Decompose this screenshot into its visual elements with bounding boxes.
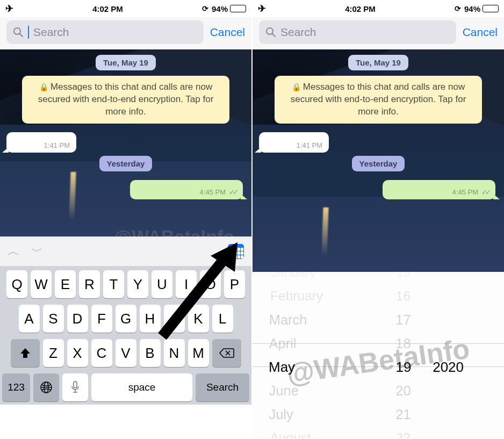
picker-day-column[interactable]: 15 16 17 18 19 20 21 22 — [380, 272, 428, 438]
encryption-notice[interactable]: 🔒Messages to this chat and calls are now… — [275, 76, 482, 124]
numbers-key[interactable]: 123 — [2, 373, 30, 401]
keyboard-row-1: QWERTYUIOP — [2, 270, 249, 298]
chat-area[interactable]: Tue, May 19 🔒Messages to this chat and c… — [0, 49, 251, 236]
key-f[interactable]: F — [91, 305, 112, 333]
key-g[interactable]: G — [116, 305, 136, 333]
message-time: 1:41 PM — [297, 141, 322, 149]
key-h[interactable]: H — [140, 305, 161, 333]
svg-rect-7 — [74, 382, 77, 388]
picker-option[interactable]: July — [269, 402, 293, 426]
airplane-mode-icon: ✈ — [5, 3, 13, 15]
search-input[interactable]: Search — [259, 20, 456, 44]
ios-keyboard: QWERTYUIOP ASDFGHJKL ZXCVBNM 123 space S… — [0, 266, 251, 405]
picker-year-column[interactable]: 2020 — [427, 272, 504, 438]
encryption-notice[interactable]: 🔒Messages to this chat and calls are now… — [22, 76, 229, 124]
outgoing-message-bubble[interactable]: 4:45 PM ✓✓ — [130, 180, 243, 199]
key-m[interactable]: M — [188, 339, 209, 367]
outgoing-message-bubble[interactable]: 4:45 PM ✓✓ — [383, 180, 495, 199]
key-z[interactable]: Z — [43, 339, 64, 367]
picker-option[interactable]: April — [269, 332, 297, 355]
picker-option[interactable] — [433, 427, 436, 438]
date-header-pill-yesterday: Yesterday — [352, 156, 405, 171]
picker-option[interactable]: 15 — [397, 272, 411, 283]
key-c[interactable]: C — [91, 339, 112, 367]
picker-option[interactable]: 21 — [396, 402, 411, 426]
picker-option[interactable]: August — [270, 427, 311, 438]
picker-option-selected[interactable]: 19 — [395, 355, 411, 379]
key-s[interactable]: S — [43, 305, 64, 333]
status-bar: ✈ 4:02 PM ⟳ 94% — [0, 0, 251, 17]
space-key[interactable]: space — [91, 373, 192, 401]
picker-option[interactable] — [433, 332, 436, 355]
keyboard-row-3: ZXCVBNM — [2, 339, 249, 367]
cancel-button[interactable]: Cancel — [210, 26, 245, 39]
cancel-button[interactable]: Cancel — [463, 26, 498, 39]
key-w[interactable]: W — [31, 270, 52, 298]
chevron-down-icon[interactable]: ﹀ — [31, 243, 43, 260]
search-input[interactable]: Search — [6, 20, 204, 44]
key-a[interactable]: A — [19, 305, 40, 333]
svg-line-13 — [272, 34, 275, 37]
picker-month-column[interactable]: January February March April May June Ju… — [253, 272, 380, 438]
picker-option[interactable]: January — [271, 272, 316, 283]
lock-icon: 🔒 — [39, 83, 48, 91]
calendar-icon[interactable] — [228, 244, 244, 259]
keyboard-row-2: ASDFGHJKL — [2, 305, 249, 333]
key-x[interactable]: X — [67, 339, 88, 367]
status-time: 4:02 PM — [92, 4, 123, 13]
key-v[interactable]: V — [116, 339, 136, 367]
message-time: 4:45 PM — [452, 188, 478, 196]
phone-screenshot-left: ✈ 4:02 PM ⟳ 94% Search Cancel Tue, May 1… — [0, 0, 251, 439]
search-icon — [13, 27, 24, 38]
date-picker[interactable]: @WABetaInfo January February March April… — [253, 272, 504, 438]
date-header-pill-yesterday: Yesterday — [99, 156, 153, 171]
picker-option[interactable]: 17 — [396, 308, 411, 331]
chevron-up-icon[interactable]: ︿ — [8, 243, 19, 260]
picker-option[interactable] — [433, 379, 436, 402]
key-o[interactable]: O — [200, 270, 221, 298]
picker-option[interactable] — [433, 308, 436, 331]
dictation-key[interactable] — [62, 373, 88, 401]
key-b[interactable]: B — [140, 339, 161, 367]
picker-option[interactable] — [433, 285, 436, 307]
globe-key[interactable] — [33, 373, 59, 401]
svg-point-0 — [14, 28, 20, 34]
picker-option[interactable]: 18 — [396, 332, 411, 355]
incoming-message-bubble[interactable]: 1:41 PM — [259, 132, 329, 153]
key-t[interactable]: T — [103, 270, 124, 298]
read-receipt-icon: ✓✓ — [229, 188, 236, 196]
key-q[interactable]: Q — [6, 270, 27, 298]
key-p[interactable]: P — [224, 270, 245, 298]
key-y[interactable]: Y — [127, 270, 148, 298]
key-d[interactable]: D — [67, 305, 88, 333]
picker-option[interactable]: 20 — [396, 379, 411, 402]
picker-option[interactable]: February — [270, 285, 323, 307]
chat-area[interactable]: Tue, May 19 🔒Messages to this chat and c… — [253, 49, 504, 272]
key-e[interactable]: E — [55, 270, 76, 298]
backspace-key[interactable] — [212, 339, 241, 367]
message-time: 1:41 PM — [44, 141, 70, 149]
shift-key[interactable] — [11, 339, 40, 367]
key-k[interactable]: K — [188, 305, 209, 333]
picker-option[interactable]: 16 — [396, 285, 411, 307]
picker-option[interactable] — [433, 272, 437, 283]
key-u[interactable]: U — [152, 270, 172, 298]
keyboard-search-key[interactable]: Search — [196, 373, 249, 401]
message-time: 4:45 PM — [200, 188, 226, 196]
status-time: 4:02 PM — [345, 4, 376, 13]
key-i[interactable]: I — [176, 270, 197, 298]
picker-option[interactable]: March — [269, 308, 307, 331]
picker-option[interactable]: June — [269, 379, 299, 402]
key-r[interactable]: R — [79, 270, 100, 298]
key-j[interactable]: J — [164, 305, 185, 333]
key-l[interactable]: L — [212, 305, 233, 333]
battery-icon — [230, 5, 246, 12]
picker-option-selected[interactable]: May — [269, 355, 295, 379]
picker-option[interactable] — [433, 402, 436, 426]
key-n[interactable]: N — [164, 339, 185, 367]
picker-option-selected[interactable]: 2020 — [433, 355, 464, 379]
picker-option[interactable]: 22 — [396, 427, 411, 438]
search-icon — [265, 27, 276, 38]
incoming-message-bubble[interactable]: 1:41 PM — [6, 132, 76, 153]
airplane-mode-icon: ✈ — [258, 3, 266, 15]
